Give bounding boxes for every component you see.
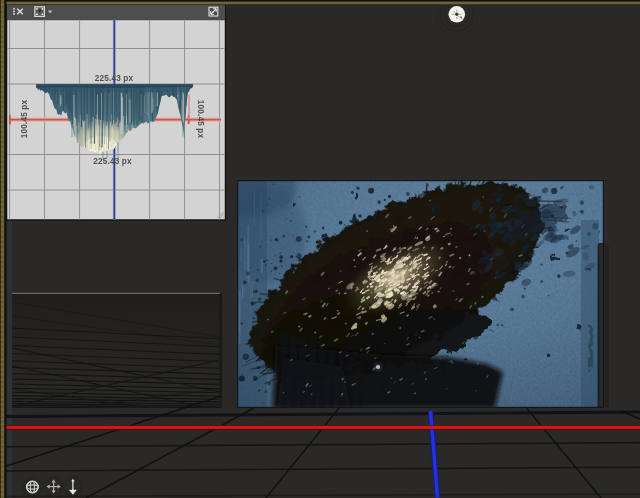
svg-text:100.45 px: 100.45 px: [20, 99, 29, 138]
svg-text:100.45 px: 100.45 px: [196, 100, 205, 139]
svg-text:225.43 px: 225.43 px: [93, 157, 132, 166]
svg-text:225.43 px: 225.43 px: [95, 74, 134, 83]
